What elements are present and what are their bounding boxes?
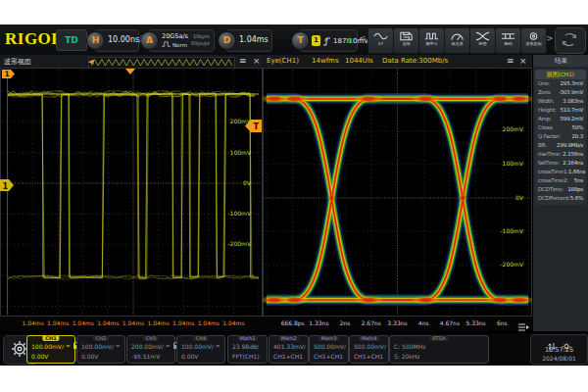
toolbar-button-dvm[interactable]: 电压表 xyxy=(444,27,470,54)
channel-scale: 100.00mV/= xyxy=(81,343,121,350)
toolbar-next-chevron[interactable]: > xyxy=(546,33,554,43)
wave-time-label: 1.04ms xyxy=(170,319,197,326)
eye-volt-label: -100mV xyxy=(494,227,523,234)
measurement-label: Amp: xyxy=(538,115,552,123)
wave-volt-label: -100mV xyxy=(221,210,251,217)
math-box-math2[interactable]: Math2401.33mV/CH1+CH1 xyxy=(269,335,309,364)
rising-edge-icon xyxy=(322,36,331,46)
screenshot-page: RIGOL TD H 10.00ns/ A 20GSa/s Norm 10kpt… xyxy=(0,0,588,392)
math-scale: 23.98dB/ xyxy=(232,343,259,350)
channel-scale: 100.00mV/= xyxy=(181,343,220,350)
measurement-row: BR:299.9Mb/s xyxy=(535,141,586,150)
channel-tab: CH2 xyxy=(93,335,109,341)
measurement-row: Height:510.7mV xyxy=(535,106,586,115)
measurement-value: 2.156ns xyxy=(563,150,583,159)
measurement-label: Zero: xyxy=(538,88,552,97)
measurement-row: Q.Factor:20.3 xyxy=(535,132,586,141)
wave-time-label: 1.04ms xyxy=(195,319,222,326)
toolbar-button-counter[interactable]: 频率计 xyxy=(418,27,445,54)
eye-data-rate: Data Rate:300Mb/s xyxy=(382,57,448,65)
measurement-value: 599.2mV xyxy=(561,115,583,123)
waveform-panel-title: 波形视图 xyxy=(4,57,31,67)
toolbar-button-xy[interactable]: XY xyxy=(368,27,394,54)
measurement-label: DCDTime: xyxy=(538,185,564,194)
wave-volt-label: -200mV xyxy=(221,240,251,247)
measurement-row: riseTime:2.156ns xyxy=(535,150,586,159)
acq-mode: Norm xyxy=(172,42,187,48)
waveform-menu-icon[interactable]: ≡ xyxy=(239,56,247,67)
eye-menu-icon[interactable]: ≡ xyxy=(507,56,514,67)
measurement-label: DCDPercent: xyxy=(538,194,570,203)
eye-icon xyxy=(475,31,490,41)
math-box-math3[interactable]: Math3500.00mV/CH1+CH1 xyxy=(309,335,349,364)
channel-scale: 200.00mV/= xyxy=(131,343,178,350)
channel-box-ch4[interactable]: CH4100.00mV/=0.00V xyxy=(176,335,225,364)
toolbar-button-record[interactable]: 波形录制 xyxy=(520,27,547,54)
channel1-offset-marker[interactable]: 1 xyxy=(0,179,14,191)
math-box-math1[interactable]: Math123.98dB/FFT(CH1) xyxy=(227,335,268,364)
eye-panel-header: Eye(CH1) 14wfms 1044UIs Data Rate:300Mb/… xyxy=(263,55,532,69)
eye-volt-label: 100mV xyxy=(494,160,523,167)
status-icons xyxy=(531,335,587,346)
horizontal-knob[interactable]: H xyxy=(86,31,105,50)
eye-volt-label: 200mV xyxy=(494,125,523,132)
eye-measurements-card[interactable]: 眼图(CH1) One:295.3mVZero:-303.9mVWidth:3.… xyxy=(535,70,586,205)
trigger-source-flag[interactable]: 1 xyxy=(2,70,15,78)
acquisition-knob[interactable]: A xyxy=(140,31,159,50)
channel-scale: 100.00mV/= xyxy=(31,343,78,350)
measurement-value: 188ps xyxy=(567,185,583,194)
eye-ui-count: 1044UIs xyxy=(345,57,373,65)
waveform-canvas[interactable]: T11 xyxy=(0,68,263,317)
measurement-row: Width:3.083ns xyxy=(535,97,586,106)
measurement-value: 295.3mV xyxy=(561,79,583,88)
eye-close-icon[interactable]: × xyxy=(519,56,527,67)
top-toolbar: RIGOL TD H 10.00ns/ A 20GSa/s Norm 10kpt… xyxy=(0,24,588,55)
delay-value: 1.04ms xyxy=(239,35,269,44)
clock-time: 18:57:25 xyxy=(531,346,587,355)
channel-box-ch1[interactable]: CH1100.00mV/=0.00V xyxy=(26,335,75,364)
eye-time-label: 2.67ns xyxy=(358,319,385,326)
wave-time-label: 1.04ms xyxy=(44,319,72,326)
wave-time-label: 1.04ms xyxy=(145,319,172,326)
toolbar-prev-chevron[interactable]: < xyxy=(359,33,367,43)
main-area: 波形视图 ◀ ≡ × T11 200mV100mV0V-100mV-200mV … xyxy=(0,55,588,331)
acq-mode-row: Norm xyxy=(162,41,187,48)
wave-time-label: 1.04ms xyxy=(20,319,47,326)
memory-depth: 10kpts xyxy=(193,33,210,39)
waveform-close-icon[interactable]: × xyxy=(253,56,261,67)
trigger-knob[interactable]: T xyxy=(291,31,310,50)
math-scale: 500.00mV/ xyxy=(314,343,346,350)
eye-diagram-canvas[interactable] xyxy=(263,68,532,317)
measurement-row: Cross:50% xyxy=(535,123,586,132)
delay-knob[interactable]: D xyxy=(218,31,236,50)
square-wave-icon xyxy=(162,41,171,48)
channel-box-ch2[interactable]: CH2100.00mV/=0.00V xyxy=(76,335,125,364)
eye-measurements-tab[interactable]: 眼图(CH1) xyxy=(535,70,586,79)
math-tab: Math3 xyxy=(318,335,340,341)
rtsa-box[interactable]: RTSA C: 500MHz S: 20kHz xyxy=(389,335,489,364)
measurement-value: 3.083ns xyxy=(563,97,583,106)
decode-icon xyxy=(501,31,515,41)
eye-wfms-count: 14wfms xyxy=(312,57,339,65)
trigger-position-marker[interactable] xyxy=(125,69,135,74)
math-box-math4[interactable]: Math4500.00mV/CH1+CH1 xyxy=(349,335,389,364)
math-expression: CH1+CH1 xyxy=(273,353,303,360)
toolbar-button-decode[interactable]: 解码 xyxy=(495,27,521,54)
toolbar-button-storage[interactable]: 存储 xyxy=(393,27,419,54)
clock-box[interactable]: 18:57:25 2024/08/01 xyxy=(530,334,588,365)
measurement-value: 5ns xyxy=(574,176,583,185)
clock-date: 2024/08/01 xyxy=(531,355,587,363)
measurement-label: crossTime2: xyxy=(538,176,568,185)
eye-time-label: 2ns xyxy=(331,319,359,326)
channel-box-ch3[interactable]: CH3200.00mV/=-95.51mV xyxy=(126,335,175,364)
waveform-time-axis: 1.04ms1.04ms1.04ms1.04ms1.04ms1.04ms1.04… xyxy=(0,317,263,331)
channel-tab: CH1 xyxy=(42,335,59,341)
measurement-label: Width: xyxy=(538,97,555,106)
toolbar-button-eye[interactable]: 眼图 xyxy=(469,27,496,54)
run-state-button[interactable]: TD xyxy=(56,29,87,51)
wave-volt-label: 100mV xyxy=(221,149,251,156)
eye-time-label: 5.33ns xyxy=(463,319,490,326)
math-expression: CH1+CH1 xyxy=(314,353,343,360)
record-icon xyxy=(526,31,541,41)
more-tools-button[interactable] xyxy=(555,27,586,54)
